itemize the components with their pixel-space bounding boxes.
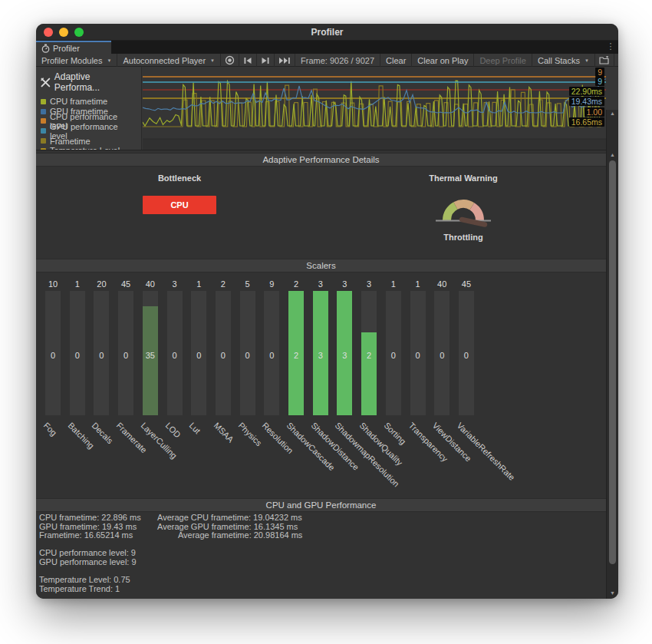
scaler-value-label: 2 — [288, 351, 304, 360]
legend-color-swatch — [41, 109, 46, 114]
next-frame-button[interactable] — [257, 54, 275, 67]
chart-value-chip: 19.43ms — [569, 97, 604, 106]
scaler-value-label: 0 — [434, 351, 449, 360]
module-title-row[interactable]: Adaptive Performa... — [36, 67, 141, 97]
chart-value-chip: 9 — [595, 68, 604, 77]
scaler-max-label: 1 — [191, 279, 206, 289]
legend-item[interactable]: CPU frametime — [36, 97, 141, 107]
scaler-value-label: 0 — [459, 351, 474, 360]
window-title: Profiler — [36, 24, 618, 41]
toolbar: Profiler Modules ▼ Autoconnected Player … — [36, 54, 618, 67]
scaler-value-label: 0 — [45, 351, 61, 360]
folder-open-icon — [599, 56, 610, 64]
profiler-modules-dropdown[interactable]: Profiler Modules ▼ — [36, 54, 117, 67]
chevron-down-icon: ▼ — [584, 58, 589, 63]
scaler-max-label: 20 — [94, 279, 109, 289]
tab-profiler[interactable]: Profiler — [36, 41, 111, 54]
module-legend: CPU frametimeGPU frametimeCPU performanc… — [36, 97, 141, 150]
tools-icon — [41, 78, 51, 88]
call-stacks-label: Call Stacks — [538, 56, 580, 65]
save-profile-button[interactable] — [614, 54, 618, 67]
clear-button[interactable]: Clear — [380, 54, 412, 67]
chart-value-chip: 16.65ms — [569, 117, 604, 127]
scaler-max-label: 1 — [410, 279, 426, 289]
frame-counter: Frame: 9026 / 9027 — [295, 54, 380, 67]
scaler-value-label: 0 — [118, 351, 133, 360]
tab-label: Profiler — [53, 44, 80, 53]
scaler-name-label: ShadowQuality — [358, 421, 405, 467]
adaptive-performance-details-header: Adaptive Performance Details — [36, 153, 606, 167]
scroll-up-icon[interactable]: ▲ — [607, 110, 618, 117]
scaler-bar-fill — [143, 306, 158, 415]
legend-color-swatch — [41, 99, 46, 104]
prev-frame-button[interactable] — [239, 54, 257, 67]
module-legend-panel: Adaptive Performa... CPU frametimeGPU fr… — [36, 67, 142, 150]
thermal-warning-label: Thermal Warning — [417, 173, 509, 183]
scaler-max-label: 40 — [434, 279, 449, 289]
details-scrollbar[interactable]: ▲ ▼ — [606, 150, 618, 599]
details-scroll-thumb[interactable] — [609, 160, 616, 564]
chart-value-chip: 9 — [595, 77, 604, 86]
scroll-down-icon[interactable]: ▼ — [607, 590, 618, 597]
chevron-down-icon: ▼ — [107, 58, 111, 63]
scalers-header: Scalers — [36, 259, 606, 272]
record-button[interactable] — [221, 54, 239, 67]
timeline-waveform — [143, 67, 606, 150]
chart-value-chip: 1.00 — [584, 107, 604, 117]
scroll-up-icon[interactable]: ▲ — [607, 151, 618, 159]
scaler-max-label: 10 — [45, 279, 61, 289]
scaler-value-label: 0 — [410, 351, 426, 360]
tab-bar: Profiler ⋮ — [36, 41, 618, 54]
legend-item[interactable]: GPU performance level — [36, 126, 141, 136]
scaler-name-label: LOD — [163, 421, 182, 439]
legend-label: CPU frametime — [50, 97, 107, 106]
chart-value-chip: 22.90ms — [569, 87, 604, 96]
scaler-value-label: 2 — [361, 351, 377, 360]
scaler-value-label: 0 — [264, 351, 279, 360]
scaler-max-label: 3 — [313, 279, 328, 289]
scaler-max-label: 3 — [167, 279, 183, 289]
bottleneck-label: Bottleneck — [133, 173, 226, 183]
scaler-value-label: 0 — [240, 351, 255, 360]
scaler-value-label: 3 — [313, 351, 328, 360]
timeline-chart[interactable]: 9922.90ms19.43ms1.0016.65ms — [143, 67, 606, 150]
stopwatch-icon — [41, 44, 50, 53]
scaler-max-label: 1 — [70, 279, 85, 289]
profiler-window: Profiler Profiler ⋮ Profiler Modules ▼ A… — [36, 24, 618, 599]
details-pane: Adaptive Performance Details Bottleneck … — [36, 150, 606, 599]
scaler-name-label: Physics — [236, 421, 263, 447]
prev-frame-icon — [243, 57, 252, 64]
scaler-name-label: Fog — [42, 421, 59, 438]
legend-color-swatch — [41, 138, 46, 144]
record-icon — [225, 55, 235, 65]
scaler-max-label: 3 — [361, 279, 377, 289]
load-profile-button[interactable] — [595, 54, 614, 67]
scaler-max-label: 45 — [118, 279, 133, 289]
scaler-value-label: 0 — [167, 351, 183, 360]
module-title: Adaptive Performa... — [54, 71, 137, 93]
clear-on-play-button[interactable]: Clear on Play — [412, 54, 474, 67]
scaler-value-label: 0 — [386, 351, 401, 360]
scaler-name-label: MSAA — [212, 421, 235, 444]
scaler-value-label: 0 — [216, 351, 231, 360]
target-player-dropdown[interactable]: Autoconnected Player ▼ — [117, 54, 221, 67]
scaler-bar-fill — [361, 332, 377, 415]
tabbar-menu-icon[interactable]: ⋮ — [606, 41, 615, 51]
legend-label: Frametime — [50, 137, 91, 146]
scaler-max-label: 3 — [337, 279, 352, 289]
legend-color-swatch — [41, 118, 46, 124]
titlebar: Profiler — [36, 24, 618, 41]
current-frame-button[interactable] — [275, 54, 295, 67]
thermal-gauge — [433, 189, 494, 227]
scaler-value-label: 35 — [143, 351, 158, 360]
last-frame-icon — [278, 57, 291, 64]
scaler-max-label: 40 — [143, 279, 158, 289]
deep-profile-button: Deep Profile — [474, 54, 532, 67]
scaler-max-label: 1 — [386, 279, 401, 289]
scaler-value-label: 0 — [70, 351, 85, 360]
module-row: Adaptive Performa... CPU frametimeGPU fr… — [36, 67, 618, 150]
scaler-max-label: 5 — [240, 279, 255, 289]
call-stacks-dropdown[interactable]: Call Stacks ▼ — [532, 54, 595, 67]
profiler-modules-label: Profiler Modules — [41, 56, 102, 65]
thermal-status-label: Throttling — [417, 233, 509, 242]
